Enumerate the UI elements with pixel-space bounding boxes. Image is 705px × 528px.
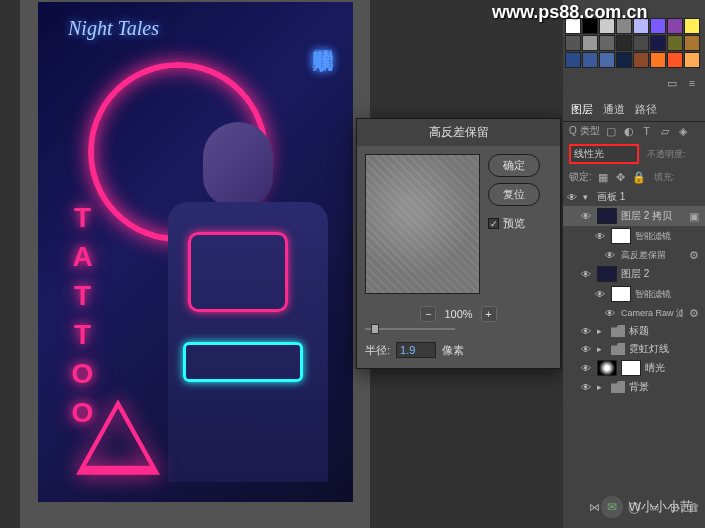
preview-checkbox[interactable]: ✓	[488, 218, 499, 229]
layer-layer2-copy[interactable]: 👁 图层 2 拷贝 ▣	[563, 206, 705, 226]
swatch[interactable]	[633, 35, 649, 51]
neon-text-night-tales: Night Tales	[68, 17, 159, 40]
lock-pixels-icon[interactable]: ▦	[596, 170, 610, 184]
zoom-percent: 100%	[444, 308, 472, 320]
visibility-toggle[interactable]: 👁	[581, 211, 593, 222]
panel-tabs: 图层 通道 路径	[563, 98, 705, 122]
filter-adjust-icon[interactable]: ◐	[622, 124, 636, 138]
radius-label: 半径:	[365, 343, 390, 358]
swatch[interactable]	[633, 52, 649, 68]
visibility-toggle[interactable]: 👁	[605, 308, 617, 319]
link-layers-icon[interactable]: ⋈	[587, 500, 601, 514]
swatch[interactable]	[650, 35, 666, 51]
visibility-toggle[interactable]: 👁	[567, 192, 579, 203]
smart-filters-row[interactable]: 👁 智能滤镜	[563, 226, 705, 246]
swatch[interactable]	[684, 35, 700, 51]
radius-input[interactable]	[396, 342, 436, 358]
swatches-panel	[565, 18, 703, 69]
visibility-toggle[interactable]: 👁	[581, 344, 593, 355]
layer-group-neon[interactable]: 👁 ▸ 霓虹灯线	[563, 340, 705, 358]
visibility-toggle[interactable]: 👁	[581, 326, 593, 337]
swatch[interactable]	[599, 52, 615, 68]
filter-high-pass[interactable]: 👁 高反差保留 ⚙	[563, 246, 705, 264]
filter-camera-raw[interactable]: 👁 Camera Raw 滤镜 ⚙	[563, 304, 705, 322]
filter-image-icon[interactable]: ▢	[604, 124, 618, 138]
watermark-author: ✉ W小小小茜	[601, 496, 693, 518]
layer-group-background[interactable]: 👁 ▸ 背景	[563, 378, 705, 396]
filter-shape-icon[interactable]: ▱	[658, 124, 672, 138]
swatch[interactable]	[684, 52, 700, 68]
tab-channels[interactable]: 通道	[603, 102, 625, 117]
expand-arrow-icon[interactable]: ▸	[597, 326, 607, 336]
swatch[interactable]	[650, 52, 666, 68]
reset-button[interactable]: 复位	[488, 183, 540, 206]
wechat-icon: ✉	[601, 496, 623, 518]
expand-arrow-icon[interactable]: ▸	[597, 344, 607, 354]
fill-label: 填充:	[654, 171, 675, 184]
layers-list: 👁 ▾ 画板 1 👁 图层 2 拷贝 ▣ 👁 智能滤镜 👁 高反差保留 ⚙	[563, 186, 705, 398]
layer-artboard[interactable]: 👁 ▾ 画板 1	[563, 188, 705, 206]
zoom-in-button[interactable]: +	[481, 306, 497, 322]
neon-triangle	[68, 392, 168, 482]
watermark-url: www.ps88.com.cn	[492, 2, 647, 23]
swatch[interactable]	[565, 52, 581, 68]
swatch[interactable]	[667, 52, 683, 68]
high-pass-dialog: 高反差保留 确定 复位 ✓ 预览 − 100% + 半径: 像素	[356, 118, 561, 369]
swatch[interactable]	[582, 35, 598, 51]
expand-arrow-icon[interactable]: ▾	[583, 192, 593, 202]
swatch[interactable]	[684, 18, 700, 34]
swatch[interactable]	[599, 35, 615, 51]
layer-mask-thumbnail	[621, 360, 641, 376]
lock-all-icon[interactable]: 🔒	[632, 170, 646, 184]
filter-settings-icon[interactable]: ⚙	[687, 248, 701, 262]
blend-mode-select[interactable]: 线性光	[569, 144, 639, 164]
layer-thumbnail	[597, 360, 617, 376]
visibility-toggle[interactable]: 👁	[581, 269, 593, 280]
layer-filter-label: Q 类型	[569, 124, 600, 138]
swatch[interactable]	[582, 52, 598, 68]
filter-smart-icon[interactable]: ◈	[676, 124, 690, 138]
visibility-toggle[interactable]: 👁	[581, 382, 593, 393]
swatch[interactable]	[667, 18, 683, 34]
canvas-area: Night Tales 罪孽赎购 TATTOO	[20, 0, 370, 528]
zoom-out-button[interactable]: −	[420, 306, 436, 322]
folder-icon	[611, 381, 625, 393]
filter-mask-thumbnail	[611, 228, 631, 244]
filter-settings-icon[interactable]: ⚙	[687, 306, 701, 320]
dialog-title: 高反差保留	[357, 119, 560, 146]
swatch[interactable]	[565, 35, 581, 51]
folder-icon	[611, 325, 625, 337]
layer-layer2[interactable]: 👁 图层 2	[563, 264, 705, 284]
filter-preview[interactable]	[365, 154, 480, 294]
folder-icon	[611, 343, 625, 355]
swatch[interactable]	[616, 52, 632, 68]
visibility-toggle[interactable]: 👁	[581, 363, 593, 374]
smart-object-icon: ▣	[687, 209, 701, 223]
ok-button[interactable]: 确定	[488, 154, 540, 177]
lock-position-icon[interactable]: ✥	[614, 170, 628, 184]
right-panel-area: ▭ ≡ 图层 通道 路径 Q 类型 ▢ ◐ T ▱ ◈ 线性光 不透明度: 锁定…	[563, 0, 705, 528]
layer-group-title[interactable]: 👁 ▸ 标题	[563, 322, 705, 340]
visibility-toggle[interactable]: 👁	[605, 250, 617, 261]
panel-folder-icon[interactable]: ▭	[665, 76, 679, 90]
tab-layers[interactable]: 图层	[571, 102, 593, 117]
radius-unit: 像素	[442, 343, 464, 358]
filter-type-icon[interactable]: T	[640, 124, 654, 138]
visibility-toggle[interactable]: 👁	[595, 289, 607, 300]
figure-subject	[148, 112, 348, 492]
swatch[interactable]	[616, 35, 632, 51]
filter-mask-thumbnail	[611, 286, 631, 302]
artwork-canvas[interactable]: Night Tales 罪孽赎购 TATTOO	[38, 2, 353, 502]
swatch[interactable]	[650, 18, 666, 34]
tab-paths[interactable]: 路径	[635, 102, 657, 117]
expand-arrow-icon[interactable]: ▸	[597, 382, 607, 392]
layer-glow[interactable]: 👁 晴光	[563, 358, 705, 378]
layer-thumbnail	[597, 266, 617, 282]
visibility-toggle[interactable]: 👁	[595, 231, 607, 242]
panel-menu-icon[interactable]: ≡	[685, 76, 699, 90]
opacity-label: 不透明度:	[647, 148, 686, 161]
layer-thumbnail	[597, 208, 617, 224]
radius-slider[interactable]	[365, 328, 455, 330]
smart-filters-row-2[interactable]: 👁 智能滤镜	[563, 284, 705, 304]
swatch[interactable]	[667, 35, 683, 51]
